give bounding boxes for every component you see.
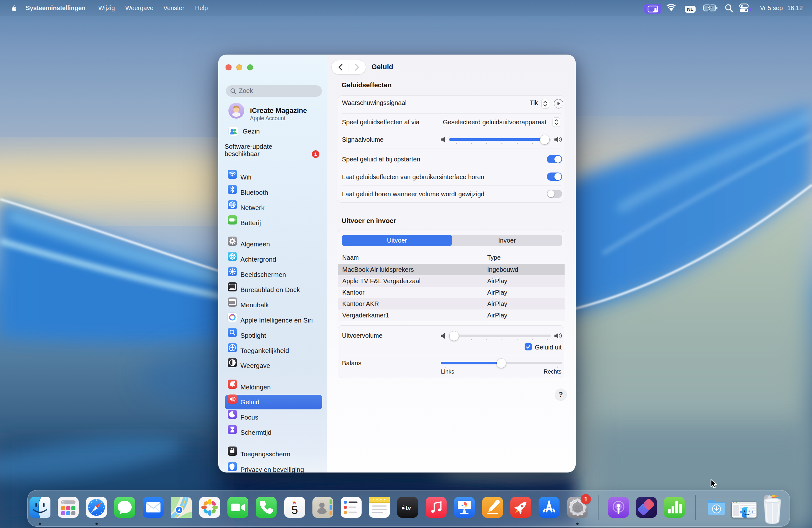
svg-text:5: 5 (291, 503, 298, 517)
svg-text:tv: tv (406, 504, 411, 511)
